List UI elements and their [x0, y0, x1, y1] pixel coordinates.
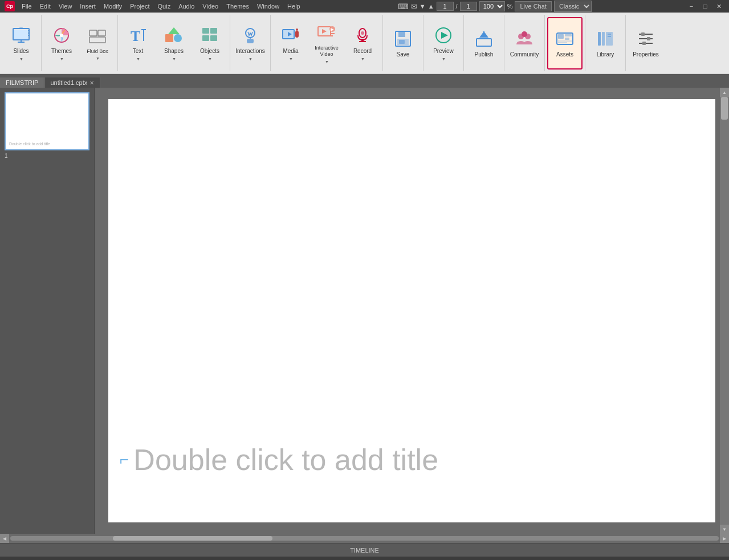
- tab-bar: FILMSTRIP untitled1.cptx ✕: [0, 74, 729, 88]
- menu-window[interactable]: Window: [254, 2, 283, 11]
- scroll-left-button[interactable]: ◀: [0, 534, 9, 543]
- live-chat-button[interactable]: Live Chat: [515, 1, 551, 11]
- scroll-right-button[interactable]: ▶: [720, 534, 729, 543]
- svg-rect-21: [202, 28, 209, 34]
- toolbar-group-preview: Preview ▼: [423, 15, 464, 71]
- filmstrip-tab[interactable]: FILMSTRIP: [0, 77, 44, 88]
- menu-insert[interactable]: Insert: [76, 2, 99, 11]
- assets-button[interactable]: Assets: [547, 17, 583, 70]
- file-tab[interactable]: untitled1.cptx ✕: [44, 77, 100, 88]
- preview-button[interactable]: Preview ▼: [426, 17, 461, 70]
- menu-quiz[interactable]: Quiz: [154, 2, 174, 11]
- svg-rect-30: [295, 31, 299, 38]
- svg-rect-13: [89, 37, 105, 43]
- toolbar-group-save: Save: [383, 15, 423, 71]
- objects-label: Objects: [200, 48, 219, 55]
- themes-dropdown-arrow: ▼: [60, 57, 64, 61]
- slide-canvas[interactable]: ⌐ Double click to add title: [108, 99, 715, 522]
- toolbar-group-media: Media ▼ ▶ Interactive Video ▼: [271, 15, 383, 71]
- text-label: Text: [133, 48, 143, 55]
- media-label: Media: [283, 48, 298, 55]
- publish-icon: [474, 28, 494, 49]
- slide-number-input[interactable]: 1: [437, 2, 454, 11]
- svg-rect-44: [399, 40, 405, 44]
- slides-button[interactable]: Slides ▼: [3, 17, 39, 70]
- objects-dropdown-arrow: ▼: [208, 57, 212, 61]
- h-scroll-track[interactable]: [10, 536, 719, 541]
- slide-thumbnail[interactable]: Double click to add title: [5, 92, 89, 150]
- text-button[interactable]: T Text ▼: [120, 17, 156, 70]
- menu-help[interactable]: Help: [284, 2, 304, 11]
- menu-modify[interactable]: Modify: [100, 2, 125, 11]
- objects-button[interactable]: Objects ▼: [192, 17, 227, 70]
- record-dropdown-arrow: ▼: [361, 57, 365, 61]
- filmstrip-panel: Double click to add title 1: [0, 88, 95, 534]
- scroll-track[interactable]: [720, 97, 729, 525]
- community-icon: [514, 28, 535, 49]
- interactions-label: Interactions: [235, 48, 265, 55]
- vertical-scrollbar: ▲ ▼: [720, 88, 729, 534]
- text-dropdown-arrow: ▼: [136, 57, 140, 61]
- scroll-down-button[interactable]: ▼: [720, 525, 729, 534]
- svg-rect-47: [477, 39, 491, 46]
- slides-label: Slides: [13, 48, 28, 55]
- record-button[interactable]: Record ▼: [345, 17, 380, 70]
- titlebar-left: Cp File Edit View Insert Modify Project …: [5, 1, 304, 11]
- shapes-dropdown-arrow: ▼: [172, 57, 176, 61]
- scroll-thumb[interactable]: [721, 97, 728, 120]
- svg-rect-5: [19, 27, 23, 29]
- status-bar: untitled1.cptx Filmstrip View 1024 x 627: [0, 557, 729, 560]
- theme-select[interactable]: Classic: [554, 1, 592, 12]
- save-button[interactable]: Save: [385, 17, 421, 70]
- arrow-down-icon[interactable]: ▼: [420, 3, 426, 10]
- nav-separator: /: [456, 3, 458, 10]
- svg-rect-26: [247, 39, 254, 43]
- preview-dropdown-arrow: ▼: [442, 57, 446, 61]
- zoom-select[interactable]: 100 75 50 150: [479, 1, 505, 11]
- menu-themes[interactable]: Themes: [223, 2, 252, 11]
- menu-view[interactable]: View: [55, 2, 76, 11]
- library-button[interactable]: Library: [588, 17, 623, 70]
- toolbar-group-interactions: Interactions ▼: [230, 15, 271, 71]
- toolbar-group-design: Themes ▼ Fluid Box ▼: [42, 15, 118, 71]
- toolbar-group-publish: Publish: [464, 15, 504, 71]
- svg-rect-1: [14, 30, 28, 39]
- record-icon: [352, 25, 373, 46]
- fluidbox-button[interactable]: Fluid Box ▼: [80, 17, 115, 70]
- close-button[interactable]: ✕: [713, 2, 724, 11]
- svg-rect-56: [565, 38, 569, 40]
- themes-button[interactable]: Themes ▼: [44, 17, 79, 70]
- toolbar: Slides ▼ Themes ▼: [0, 13, 729, 74]
- toolbar-group-slides: Slides ▼: [1, 15, 42, 71]
- media-icon: [280, 25, 301, 46]
- menu-project[interactable]: Project: [127, 2, 153, 11]
- h-scroll-thumb[interactable]: [113, 536, 272, 541]
- svg-point-31: [296, 28, 298, 31]
- toolbar-group-library: Library: [585, 15, 626, 71]
- minimize-button[interactable]: −: [686, 2, 697, 11]
- maximize-button[interactable]: □: [699, 2, 711, 11]
- text-icon: T: [128, 25, 148, 46]
- svg-rect-12: [98, 30, 105, 36]
- media-button[interactable]: Media ▼: [273, 17, 308, 70]
- slide-number: 1: [5, 153, 89, 159]
- interactive-video-button[interactable]: ▶ Interactive Video ▼: [309, 17, 344, 70]
- interactions-button[interactable]: Interactions ▼: [233, 17, 268, 70]
- menu-audio[interactable]: Audio: [175, 2, 198, 11]
- shapes-button[interactable]: Shapes ▼: [156, 17, 192, 70]
- menu-edit[interactable]: Edit: [36, 2, 54, 11]
- publish-button[interactable]: Publish: [466, 17, 502, 70]
- toolbar-group-assets: Assets: [545, 15, 585, 71]
- menu-file[interactable]: File: [18, 2, 35, 11]
- scroll-up-button[interactable]: ▲: [720, 88, 729, 97]
- titlebar-center: ⌨ ✉ ▼ ▲ 1 / 1 100 75 50 150 % Live Chat …: [398, 1, 592, 12]
- tab-close-button[interactable]: ✕: [89, 80, 94, 86]
- properties-icon: [636, 28, 656, 49]
- community-button[interactable]: Community: [507, 17, 542, 70]
- properties-button[interactable]: Properties: [628, 17, 663, 70]
- arrow-up-icon[interactable]: ▲: [428, 3, 434, 10]
- svg-rect-18: [165, 34, 173, 42]
- menu-video[interactable]: Video: [199, 2, 222, 11]
- interactions-dropdown-arrow: ▼: [249, 57, 252, 61]
- file-tab-label: untitled1.cptx: [50, 79, 87, 86]
